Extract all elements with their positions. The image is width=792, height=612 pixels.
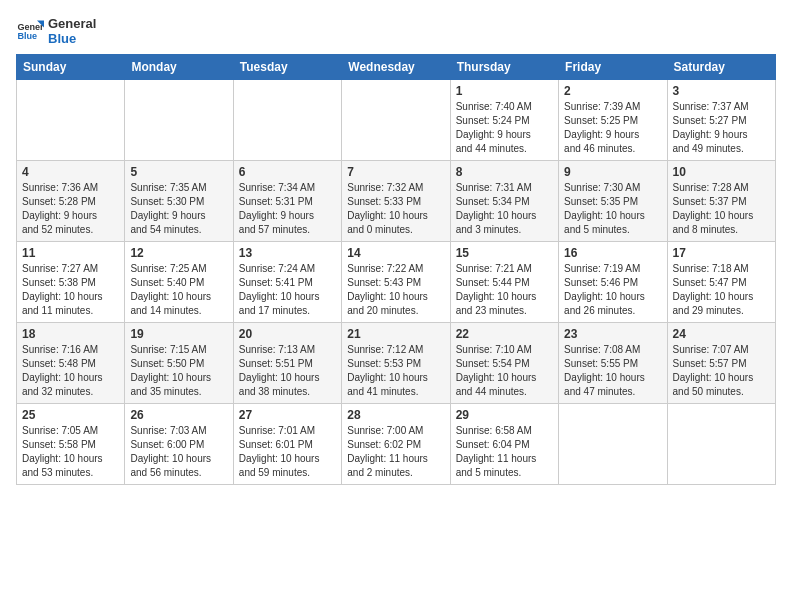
header: General Blue General Blue bbox=[16, 16, 776, 46]
day-number: 6 bbox=[239, 165, 336, 179]
calendar-cell: 6Sunrise: 7:34 AMSunset: 5:31 PMDaylight… bbox=[233, 161, 341, 242]
day-info: Sunrise: 7:27 AMSunset: 5:38 PMDaylight:… bbox=[22, 262, 119, 318]
calendar-cell: 11Sunrise: 7:27 AMSunset: 5:38 PMDayligh… bbox=[17, 242, 125, 323]
day-info: Sunrise: 7:15 AMSunset: 5:50 PMDaylight:… bbox=[130, 343, 227, 399]
day-info: Sunrise: 7:12 AMSunset: 5:53 PMDaylight:… bbox=[347, 343, 444, 399]
calendar-cell: 4Sunrise: 7:36 AMSunset: 5:28 PMDaylight… bbox=[17, 161, 125, 242]
day-info: Sunrise: 7:08 AMSunset: 5:55 PMDaylight:… bbox=[564, 343, 661, 399]
day-info: Sunrise: 7:21 AMSunset: 5:44 PMDaylight:… bbox=[456, 262, 553, 318]
logo: General Blue General Blue bbox=[16, 16, 96, 46]
day-number: 13 bbox=[239, 246, 336, 260]
calendar-day-header: Wednesday bbox=[342, 55, 450, 80]
day-info: Sunrise: 7:05 AMSunset: 5:58 PMDaylight:… bbox=[22, 424, 119, 480]
calendar-cell: 7Sunrise: 7:32 AMSunset: 5:33 PMDaylight… bbox=[342, 161, 450, 242]
day-number: 2 bbox=[564, 84, 661, 98]
day-info: Sunrise: 7:03 AMSunset: 6:00 PMDaylight:… bbox=[130, 424, 227, 480]
day-info: Sunrise: 7:01 AMSunset: 6:01 PMDaylight:… bbox=[239, 424, 336, 480]
calendar-cell: 12Sunrise: 7:25 AMSunset: 5:40 PMDayligh… bbox=[125, 242, 233, 323]
calendar-cell bbox=[559, 404, 667, 485]
day-info: Sunrise: 7:22 AMSunset: 5:43 PMDaylight:… bbox=[347, 262, 444, 318]
calendar-cell: 23Sunrise: 7:08 AMSunset: 5:55 PMDayligh… bbox=[559, 323, 667, 404]
day-number: 15 bbox=[456, 246, 553, 260]
calendar-cell: 22Sunrise: 7:10 AMSunset: 5:54 PMDayligh… bbox=[450, 323, 558, 404]
day-number: 28 bbox=[347, 408, 444, 422]
calendar-cell: 15Sunrise: 7:21 AMSunset: 5:44 PMDayligh… bbox=[450, 242, 558, 323]
calendar-cell: 3Sunrise: 7:37 AMSunset: 5:27 PMDaylight… bbox=[667, 80, 775, 161]
day-info: Sunrise: 7:18 AMSunset: 5:47 PMDaylight:… bbox=[673, 262, 770, 318]
day-number: 20 bbox=[239, 327, 336, 341]
day-number: 3 bbox=[673, 84, 770, 98]
day-number: 1 bbox=[456, 84, 553, 98]
day-number: 10 bbox=[673, 165, 770, 179]
calendar-cell: 28Sunrise: 7:00 AMSunset: 6:02 PMDayligh… bbox=[342, 404, 450, 485]
calendar-cell: 18Sunrise: 7:16 AMSunset: 5:48 PMDayligh… bbox=[17, 323, 125, 404]
calendar-day-header: Friday bbox=[559, 55, 667, 80]
day-number: 22 bbox=[456, 327, 553, 341]
day-number: 11 bbox=[22, 246, 119, 260]
calendar-cell: 17Sunrise: 7:18 AMSunset: 5:47 PMDayligh… bbox=[667, 242, 775, 323]
day-number: 25 bbox=[22, 408, 119, 422]
day-info: Sunrise: 7:37 AMSunset: 5:27 PMDaylight:… bbox=[673, 100, 770, 156]
day-number: 8 bbox=[456, 165, 553, 179]
day-info: Sunrise: 7:34 AMSunset: 5:31 PMDaylight:… bbox=[239, 181, 336, 237]
day-number: 24 bbox=[673, 327, 770, 341]
calendar-table: SundayMondayTuesdayWednesdayThursdayFrid… bbox=[16, 54, 776, 485]
calendar-cell: 13Sunrise: 7:24 AMSunset: 5:41 PMDayligh… bbox=[233, 242, 341, 323]
calendar-cell bbox=[667, 404, 775, 485]
calendar-day-header: Thursday bbox=[450, 55, 558, 80]
day-number: 17 bbox=[673, 246, 770, 260]
day-info: Sunrise: 7:32 AMSunset: 5:33 PMDaylight:… bbox=[347, 181, 444, 237]
day-number: 16 bbox=[564, 246, 661, 260]
day-info: Sunrise: 7:30 AMSunset: 5:35 PMDaylight:… bbox=[564, 181, 661, 237]
calendar-cell: 24Sunrise: 7:07 AMSunset: 5:57 PMDayligh… bbox=[667, 323, 775, 404]
day-number: 19 bbox=[130, 327, 227, 341]
day-info: Sunrise: 6:58 AMSunset: 6:04 PMDaylight:… bbox=[456, 424, 553, 480]
day-number: 18 bbox=[22, 327, 119, 341]
calendar-cell: 5Sunrise: 7:35 AMSunset: 5:30 PMDaylight… bbox=[125, 161, 233, 242]
calendar-cell: 21Sunrise: 7:12 AMSunset: 5:53 PMDayligh… bbox=[342, 323, 450, 404]
svg-text:Blue: Blue bbox=[17, 31, 37, 41]
day-number: 7 bbox=[347, 165, 444, 179]
day-number: 26 bbox=[130, 408, 227, 422]
day-info: Sunrise: 7:39 AMSunset: 5:25 PMDaylight:… bbox=[564, 100, 661, 156]
calendar-cell: 10Sunrise: 7:28 AMSunset: 5:37 PMDayligh… bbox=[667, 161, 775, 242]
day-number: 29 bbox=[456, 408, 553, 422]
calendar-cell: 8Sunrise: 7:31 AMSunset: 5:34 PMDaylight… bbox=[450, 161, 558, 242]
calendar-day-header: Saturday bbox=[667, 55, 775, 80]
calendar-cell: 19Sunrise: 7:15 AMSunset: 5:50 PMDayligh… bbox=[125, 323, 233, 404]
calendar-day-header: Sunday bbox=[17, 55, 125, 80]
day-info: Sunrise: 7:10 AMSunset: 5:54 PMDaylight:… bbox=[456, 343, 553, 399]
day-number: 12 bbox=[130, 246, 227, 260]
calendar-cell: 9Sunrise: 7:30 AMSunset: 5:35 PMDaylight… bbox=[559, 161, 667, 242]
day-number: 21 bbox=[347, 327, 444, 341]
day-number: 9 bbox=[564, 165, 661, 179]
day-info: Sunrise: 7:31 AMSunset: 5:34 PMDaylight:… bbox=[456, 181, 553, 237]
day-info: Sunrise: 7:07 AMSunset: 5:57 PMDaylight:… bbox=[673, 343, 770, 399]
calendar-cell bbox=[17, 80, 125, 161]
day-info: Sunrise: 7:13 AMSunset: 5:51 PMDaylight:… bbox=[239, 343, 336, 399]
day-info: Sunrise: 7:19 AMSunset: 5:46 PMDaylight:… bbox=[564, 262, 661, 318]
calendar-day-header: Monday bbox=[125, 55, 233, 80]
day-info: Sunrise: 7:16 AMSunset: 5:48 PMDaylight:… bbox=[22, 343, 119, 399]
day-number: 23 bbox=[564, 327, 661, 341]
calendar-cell: 16Sunrise: 7:19 AMSunset: 5:46 PMDayligh… bbox=[559, 242, 667, 323]
day-info: Sunrise: 7:24 AMSunset: 5:41 PMDaylight:… bbox=[239, 262, 336, 318]
calendar-cell bbox=[342, 80, 450, 161]
day-number: 4 bbox=[22, 165, 119, 179]
day-info: Sunrise: 7:25 AMSunset: 5:40 PMDaylight:… bbox=[130, 262, 227, 318]
day-number: 5 bbox=[130, 165, 227, 179]
calendar-cell bbox=[233, 80, 341, 161]
calendar-cell: 20Sunrise: 7:13 AMSunset: 5:51 PMDayligh… bbox=[233, 323, 341, 404]
calendar-cell: 14Sunrise: 7:22 AMSunset: 5:43 PMDayligh… bbox=[342, 242, 450, 323]
day-info: Sunrise: 7:40 AMSunset: 5:24 PMDaylight:… bbox=[456, 100, 553, 156]
calendar-cell: 29Sunrise: 6:58 AMSunset: 6:04 PMDayligh… bbox=[450, 404, 558, 485]
calendar-cell bbox=[125, 80, 233, 161]
calendar-cell: 26Sunrise: 7:03 AMSunset: 6:00 PMDayligh… bbox=[125, 404, 233, 485]
day-info: Sunrise: 7:00 AMSunset: 6:02 PMDaylight:… bbox=[347, 424, 444, 480]
day-info: Sunrise: 7:35 AMSunset: 5:30 PMDaylight:… bbox=[130, 181, 227, 237]
logo-icon: General Blue bbox=[16, 17, 44, 45]
calendar-cell: 1Sunrise: 7:40 AMSunset: 5:24 PMDaylight… bbox=[450, 80, 558, 161]
calendar-cell: 25Sunrise: 7:05 AMSunset: 5:58 PMDayligh… bbox=[17, 404, 125, 485]
calendar-cell: 2Sunrise: 7:39 AMSunset: 5:25 PMDaylight… bbox=[559, 80, 667, 161]
calendar-day-header: Tuesday bbox=[233, 55, 341, 80]
